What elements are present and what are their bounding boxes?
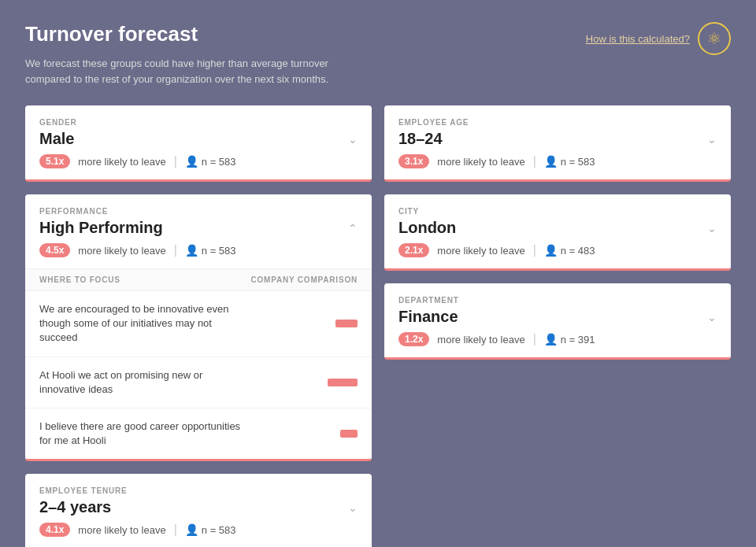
main-grid: GENDER Male ⌄ 5.1x more likely to leave … xyxy=(25,105,731,547)
tenure-more-likely: more likely to leave xyxy=(78,524,165,536)
city-label: CITY xyxy=(398,207,717,216)
gender-title: Male xyxy=(39,130,74,148)
calc-link[interactable]: How is this calculated? xyxy=(586,33,690,45)
employee-age-title: 18–24 xyxy=(398,130,443,148)
tenure-n: 👤 n = 583 xyxy=(185,523,236,536)
focus-text-3: I believe there are good career opportun… xyxy=(39,419,244,448)
employee-age-meta: 3.1x more likely to leave | 👤 n = 583 xyxy=(398,154,717,168)
gender-card-header: GENDER Male ⌄ 5.1x more likely to leave … xyxy=(25,105,372,179)
focus-bar-1 xyxy=(335,320,358,327)
performance-card-header: PERFORMANCE High Performing ⌃ 4.5x more … xyxy=(25,194,372,269)
page-title: Turnover forecast xyxy=(25,22,372,46)
performance-n: 👤 n = 583 xyxy=(185,244,236,257)
gender-title-row: Male ⌄ xyxy=(39,130,358,148)
focus-row-1: We are encouraged to be innovative even … xyxy=(25,291,372,357)
focus-col2-label: COMPANY COMPARISON xyxy=(250,275,358,284)
performance-title-row: High Performing ⌃ xyxy=(39,219,358,237)
focus-bar-3 xyxy=(340,430,358,438)
department-n: 👤 n = 391 xyxy=(544,333,595,346)
performance-people-icon: 👤 xyxy=(185,244,198,257)
department-title-row: Finance ⌄ xyxy=(398,308,717,326)
department-meta: 1.2x more likely to leave | 👤 n = 391 xyxy=(398,332,717,346)
city-meta: 2.1x more likely to leave | 👤 n = 483 xyxy=(398,243,717,257)
performance-chevron[interactable]: ⌃ xyxy=(348,222,358,235)
tenure-card: EMPLOYEE TENURE 2–4 years ⌄ 4.1x more li… xyxy=(25,474,372,547)
focus-text-1: We are encouraged to be innovative even … xyxy=(39,302,244,346)
department-people-icon: 👤 xyxy=(544,333,558,346)
focus-col1-label: WHERE TO FOCUS xyxy=(39,275,120,284)
department-divider: | xyxy=(533,332,536,346)
tenure-title: 2–4 years xyxy=(39,498,111,516)
city-badge: 2.1x xyxy=(398,243,429,257)
tenure-meta: 4.1x more likely to leave | 👤 n = 583 xyxy=(39,523,358,537)
employee-age-title-row: 18–24 ⌄ xyxy=(398,130,717,148)
atom-icon: ⚛ xyxy=(698,22,731,55)
employee-age-n: 👤 n = 583 xyxy=(544,155,595,168)
employee-age-card-header: EMPLOYEE AGE 18–24 ⌄ 3.1x more likely to… xyxy=(384,105,731,179)
focus-bar-container-3 xyxy=(295,430,358,438)
department-label: DEPARTMENT xyxy=(398,296,717,305)
city-n: 👤 n = 483 xyxy=(544,244,595,257)
tenure-card-header: EMPLOYEE TENURE 2–4 years ⌄ 4.1x more li… xyxy=(25,474,372,547)
gender-card: GENDER Male ⌄ 5.1x more likely to leave … xyxy=(25,105,372,182)
tenure-title-row: 2–4 years ⌄ xyxy=(39,498,358,516)
city-divider: | xyxy=(533,243,536,257)
tenure-label: EMPLOYEE TENURE xyxy=(39,486,358,495)
employee-age-label: EMPLOYEE AGE xyxy=(398,118,717,127)
gender-meta: 5.1x more likely to leave | 👤 n = 583 xyxy=(39,154,358,168)
department-card: DEPARTMENT Finance ⌄ 1.2x more likely to… xyxy=(384,283,731,360)
employee-age-people-icon: 👤 xyxy=(544,155,558,168)
department-badge: 1.2x xyxy=(398,332,429,346)
focus-text-2: At Hooli we act on promising new or inno… xyxy=(39,368,244,397)
tenure-chevron[interactable]: ⌄ xyxy=(348,501,358,514)
gender-people-icon: 👤 xyxy=(185,155,198,168)
city-people-icon: 👤 xyxy=(544,244,558,257)
tenure-divider: | xyxy=(174,523,177,537)
focus-bar-2 xyxy=(328,379,358,386)
performance-card: PERFORMANCE High Performing ⌃ 4.5x more … xyxy=(25,194,372,461)
focus-row-2: At Hooli we act on promising new or inno… xyxy=(25,357,372,408)
employee-age-divider: | xyxy=(533,154,536,168)
city-title: London xyxy=(398,219,456,237)
left-column: GENDER Male ⌄ 5.1x more likely to leave … xyxy=(25,105,372,547)
department-chevron[interactable]: ⌄ xyxy=(707,311,717,323)
city-card: CITY London ⌄ 2.1x more likely to leave … xyxy=(384,194,731,271)
gender-n: 👤 n = 583 xyxy=(185,155,236,168)
tenure-badge: 4.1x xyxy=(39,523,70,537)
performance-title: High Performing xyxy=(39,219,163,237)
focus-table: WHERE TO FOCUS COMPANY COMPARISON We are… xyxy=(25,269,372,459)
focus-bar-container-1 xyxy=(295,320,358,327)
department-more-likely: more likely to leave xyxy=(437,334,524,346)
department-title: Finance xyxy=(398,308,458,326)
performance-badge: 4.5x xyxy=(39,243,70,257)
gender-more-likely: more likely to leave xyxy=(78,156,165,168)
gender-chevron[interactable]: ⌄ xyxy=(348,133,358,146)
city-title-row: London ⌄ xyxy=(398,219,717,237)
city-chevron[interactable]: ⌄ xyxy=(707,222,717,235)
employee-age-more-likely: more likely to leave xyxy=(437,156,524,168)
gender-divider: | xyxy=(174,154,177,168)
employee-age-chevron[interactable]: ⌄ xyxy=(707,133,717,146)
performance-meta: 4.5x more likely to leave | 👤 n = 583 xyxy=(39,243,358,257)
employee-age-badge: 3.1x xyxy=(398,154,429,168)
department-card-header: DEPARTMENT Finance ⌄ 1.2x more likely to… xyxy=(384,283,731,357)
tenure-people-icon: 👤 xyxy=(185,523,198,536)
focus-bar-container-2 xyxy=(295,379,358,386)
right-column: EMPLOYEE AGE 18–24 ⌄ 3.1x more likely to… xyxy=(384,105,731,547)
page-subtitle: We forecast these groups could have high… xyxy=(25,56,372,87)
gender-badge: 5.1x xyxy=(39,154,70,168)
city-more-likely: more likely to leave xyxy=(437,245,524,257)
city-card-header: CITY London ⌄ 2.1x more likely to leave … xyxy=(384,194,731,268)
performance-label: PERFORMANCE xyxy=(39,207,358,216)
employee-age-card: EMPLOYEE AGE 18–24 ⌄ 3.1x more likely to… xyxy=(384,105,731,182)
focus-table-header: WHERE TO FOCUS COMPANY COMPARISON xyxy=(25,269,372,291)
gender-label: GENDER xyxy=(39,118,358,127)
performance-divider: | xyxy=(174,243,177,257)
performance-more-likely: more likely to leave xyxy=(78,245,165,257)
focus-row-3: I believe there are good career opportun… xyxy=(25,408,372,459)
